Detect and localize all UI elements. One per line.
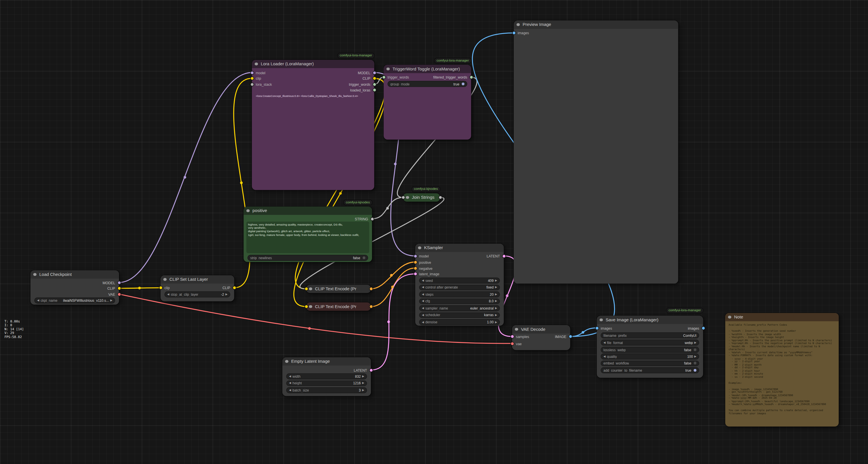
- node-triggerword-toggle[interactable]: TriggerWord Toggle (LoraManager) trigger…: [383, 65, 471, 140]
- decrement-icon[interactable]: ◀: [289, 388, 291, 392]
- toggle-on-icon[interactable]: [462, 83, 464, 85]
- node-clip-set-last-layer[interactable]: CLIP Set Last Layer clip CLIP ◀ stop_at_…: [160, 275, 234, 301]
- node-title-bar[interactable]: positive: [244, 207, 372, 215]
- increment-icon[interactable]: ▶: [495, 314, 497, 316]
- collapse-toggle-icon[interactable]: [246, 209, 250, 212]
- decrement-icon[interactable]: ◀: [422, 314, 424, 316]
- collapsed-input-port[interactable]: [304, 304, 308, 308]
- trigger-words-output-port[interactable]: [372, 82, 376, 86]
- decrement-icon[interactable]: ◀: [603, 341, 606, 344]
- node-clip-text-encode-positive[interactable]: CLIP Text Encode (Pr: [306, 285, 371, 293]
- increment-icon[interactable]: ▶: [110, 299, 112, 302]
- steps-widget[interactable]: ◀ steps 20 ▶: [419, 291, 500, 297]
- positive-input-port[interactable]: [413, 260, 417, 264]
- clip-output-port[interactable]: [117, 286, 121, 290]
- node-preview-image[interactable]: Preview Image images: [514, 21, 678, 284]
- toggle-off-icon[interactable]: [694, 348, 696, 351]
- increment-icon[interactable]: ▶: [694, 341, 696, 344]
- clip-output-port[interactable]: [372, 77, 376, 80]
- node-title-bar[interactable]: Join Strings: [403, 193, 440, 202]
- increment-icon[interactable]: ▶: [495, 300, 497, 302]
- decrement-icon[interactable]: ◀: [289, 375, 291, 378]
- images-input-port[interactable]: [512, 31, 516, 35]
- decrement-icon[interactable]: ◀: [422, 320, 424, 323]
- decrement-icon[interactable]: ◀: [422, 286, 424, 289]
- collapse-toggle-icon[interactable]: [386, 67, 390, 70]
- control-after-generate-widget[interactable]: ◀ control after generate fixed ▶: [419, 285, 500, 290]
- node-title-bar[interactable]: TriggerWord Toggle (LoraManager): [383, 65, 471, 73]
- group-mode-toggle-widget[interactable]: group_mode true: [388, 81, 467, 87]
- scheduler-widget[interactable]: ◀ scheduler karras ▶: [419, 312, 500, 318]
- graph-canvas[interactable]: comfyui-lora-manager comfyui-lora-manage…: [0, 0, 868, 464]
- node-title-bar[interactable]: KSampler: [415, 244, 504, 252]
- collapsed-output-port[interactable]: [438, 196, 442, 199]
- node-title-bar[interactable]: Preview Image: [514, 21, 678, 29]
- node-title-bar[interactable]: Load Checkpoint: [30, 270, 119, 279]
- model-output-port[interactable]: [372, 71, 376, 75]
- node-note[interactable]: Note Available filename_prefix Pattern C…: [725, 313, 839, 427]
- clip-output-port[interactable]: [232, 286, 236, 290]
- collapse-toggle-icon[interactable]: [516, 23, 520, 26]
- width-widget[interactable]: ◀ width 832 ▶: [286, 373, 367, 379]
- filename-prefix-widget[interactable]: filename_prefix ComfyUI: [600, 332, 699, 338]
- denoise-widget[interactable]: ◀ denoise 1.00 ▶: [419, 319, 500, 325]
- vae-output-port[interactable]: [117, 292, 121, 296]
- node-ksampler[interactable]: KSampler model positive negative latent_…: [415, 244, 504, 326]
- increment-icon[interactable]: ▶: [362, 375, 364, 378]
- node-join-strings[interactable]: Join Strings: [403, 193, 440, 202]
- conditioning-output-port[interactable]: [369, 304, 373, 308]
- seed-widget[interactable]: ◀ seed 409 ▶: [419, 278, 500, 283]
- node-lora-loader[interactable]: Lora Loader (LoraManager) model clip lor…: [252, 60, 374, 190]
- node-title-bar[interactable]: Empty Latent Image: [282, 357, 371, 366]
- trigger-words-input-port[interactable]: [382, 76, 385, 79]
- node-title-bar[interactable]: Lora Loader (LoraManager): [252, 60, 374, 68]
- increment-icon[interactable]: ▶: [495, 293, 497, 296]
- decrement-icon[interactable]: ◀: [422, 307, 424, 310]
- collapse-toggle-icon[interactable]: [599, 318, 602, 322]
- latent-output-port[interactable]: [502, 254, 505, 258]
- node-title-bar[interactable]: Save Image (LoraManager): [597, 316, 703, 324]
- loaded-loras-output-port[interactable]: [372, 88, 376, 92]
- increment-icon[interactable]: ▶: [495, 320, 497, 323]
- decrement-icon[interactable]: ◀: [289, 382, 291, 385]
- filtered-trigger-words-output-port[interactable]: [469, 76, 473, 79]
- node-clip-text-encode-negative[interactable]: CLIP Text Encode (Pr: [306, 302, 371, 311]
- collapse-toggle-icon[interactable]: [285, 360, 288, 363]
- increment-icon[interactable]: ▶: [362, 382, 364, 385]
- increment-icon[interactable]: ▶: [225, 293, 227, 296]
- collapse-toggle-icon[interactable]: [728, 316, 731, 319]
- lora-stack-input-port[interactable]: [250, 82, 254, 86]
- decrement-icon[interactable]: ◀: [422, 279, 424, 282]
- image-output-port[interactable]: [568, 335, 572, 338]
- collapse-toggle-icon[interactable]: [255, 62, 258, 65]
- decrement-icon[interactable]: ◀: [603, 355, 606, 358]
- sampler-name-widget[interactable]: ◀ sampler_name euler_ancestral ▶: [419, 305, 500, 311]
- stop-at-clip-layer-widget[interactable]: ◀ stop_at_clip_layer -2 ▶: [164, 291, 230, 297]
- node-save-image[interactable]: Save Image (LoraManager) images images f…: [597, 316, 703, 378]
- node-load-checkpoint[interactable]: Load Checkpoint MODEL CLIP VAE ◀ ckpt_na…: [30, 270, 119, 304]
- increment-icon[interactable]: ▶: [495, 286, 497, 289]
- node-title-bar[interactable]: CLIP Set Last Layer: [160, 275, 234, 284]
- decrement-icon[interactable]: ◀: [37, 299, 39, 302]
- prompt-textarea[interactable]: highres, very detailed, amazing quality,…: [246, 222, 369, 253]
- latent-output-port[interactable]: [369, 368, 373, 372]
- loras-text[interactable]: <lora:CreateConcept_Illustrious:0.8> <lo…: [256, 95, 372, 97]
- quality-widget[interactable]: ◀ quality 100 ▶: [600, 353, 699, 359]
- images-input-port[interactable]: [595, 326, 598, 330]
- samples-input-port[interactable]: [510, 335, 514, 338]
- clip-input-port[interactable]: [250, 77, 254, 80]
- model-input-port[interactable]: [250, 71, 254, 75]
- increment-icon[interactable]: ▶: [495, 279, 497, 282]
- node-title-bar[interactable]: Note: [725, 313, 839, 321]
- toggle-off-icon[interactable]: [694, 362, 696, 365]
- decrement-icon[interactable]: ◀: [422, 300, 424, 302]
- strip-newlines-toggle-widget[interactable]: strip_newlines false: [248, 255, 368, 261]
- collapsed-input-port[interactable]: [401, 196, 405, 199]
- collapse-toggle-icon[interactable]: [163, 278, 166, 281]
- file-format-widget[interactable]: ◀ file_format webp ▶: [600, 340, 699, 345]
- collapse-toggle-icon[interactable]: [309, 305, 312, 308]
- negative-input-port[interactable]: [413, 266, 417, 270]
- collapse-toggle-icon[interactable]: [33, 273, 36, 276]
- embed-workflow-toggle-widget[interactable]: embed_workflow false: [600, 360, 699, 366]
- toggle-on-icon[interactable]: [694, 369, 696, 371]
